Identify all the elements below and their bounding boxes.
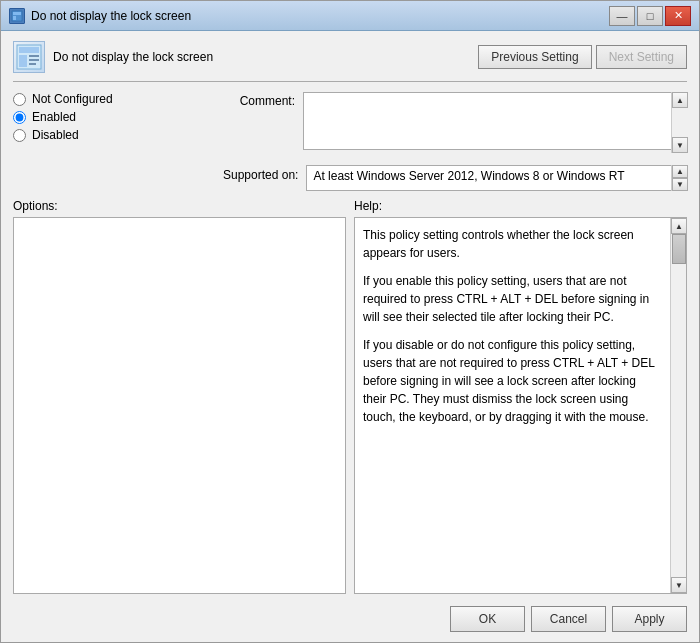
options-label: Options: — [13, 199, 346, 213]
header-section: Do not display the lock screen Previous … — [13, 41, 687, 82]
help-label: Help: — [354, 199, 687, 213]
svg-rect-4 — [19, 47, 39, 53]
not-configured-radio[interactable] — [13, 93, 26, 106]
window-icon — [9, 8, 25, 24]
maximize-button[interactable]: □ — [637, 6, 663, 26]
comment-section: Comment: ▲ ▼ — [223, 92, 687, 159]
main-window: Do not display the lock screen — □ ✕ — [0, 0, 700, 643]
help-panel: This policy setting controls whether the… — [354, 217, 687, 594]
minimize-button[interactable]: — — [609, 6, 635, 26]
svg-rect-1 — [13, 12, 21, 15]
close-button[interactable]: ✕ — [665, 6, 691, 26]
title-bar-left: Do not display the lock screen — [9, 8, 191, 24]
enabled-radio-item: Enabled — [13, 110, 213, 124]
disabled-label[interactable]: Disabled — [32, 128, 79, 142]
help-scroll-thumb — [672, 234, 686, 264]
supported-row: Supported on: At least Windows Server 20… — [13, 165, 687, 191]
title-bar-controls: — □ ✕ — [609, 6, 691, 26]
help-text-container: This policy setting controls whether the… — [355, 218, 686, 593]
title-bar: Do not display the lock screen — □ ✕ — [1, 1, 699, 31]
supported-scroll-up[interactable]: ▲ — [672, 165, 688, 178]
next-setting-button[interactable]: Next Setting — [596, 45, 687, 69]
help-text: This policy setting controls whether the… — [355, 218, 670, 434]
comment-label: Comment: — [223, 92, 303, 108]
supported-scrollbar: ▲ ▼ — [671, 165, 687, 191]
svg-rect-8 — [29, 63, 36, 65]
supported-label: Supported on: — [223, 165, 306, 182]
radio-comment-row: Not Configured Enabled Disabled Comment: — [13, 92, 687, 159]
enabled-label[interactable]: Enabled — [32, 110, 76, 124]
not-configured-radio-item: Not Configured — [13, 92, 213, 106]
svg-rect-7 — [29, 59, 39, 61]
comment-textarea-wrapper: ▲ ▼ — [303, 92, 687, 153]
disabled-radio[interactable] — [13, 129, 26, 142]
not-configured-label[interactable]: Not Configured — [32, 92, 113, 106]
window-title: Do not display the lock screen — [31, 9, 191, 23]
svg-rect-2 — [13, 16, 16, 20]
help-paragraph-3: If you disable or do not configure this … — [363, 336, 662, 426]
disabled-radio-item: Disabled — [13, 128, 213, 142]
help-scroll-up[interactable]: ▲ — [671, 218, 687, 234]
svg-rect-6 — [29, 55, 39, 57]
comment-scroll-track — [672, 108, 687, 137]
policy-icon — [13, 41, 45, 73]
cancel-button[interactable]: Cancel — [531, 606, 606, 632]
header-title: Do not display the lock screen — [53, 50, 213, 64]
help-scrollbar: ▲ ▼ — [670, 218, 686, 593]
enabled-radio[interactable] — [13, 111, 26, 124]
options-box — [13, 217, 346, 594]
header-left: Do not display the lock screen — [13, 41, 213, 73]
apply-button[interactable]: Apply — [612, 606, 687, 632]
help-box: This policy setting controls whether the… — [354, 217, 687, 594]
comment-wrapper: Comment: ▲ ▼ — [223, 92, 687, 153]
options-help-panels: This policy setting controls whether the… — [13, 217, 687, 594]
supported-value: At least Windows Server 2012, Windows 8 … — [306, 165, 687, 191]
comment-scroll-up[interactable]: ▲ — [672, 92, 688, 108]
comment-textarea[interactable] — [303, 92, 687, 150]
help-scroll-track — [671, 234, 686, 577]
content-area: Do not display the lock screen Previous … — [1, 31, 699, 642]
help-paragraph-2: If you enable this policy setting, users… — [363, 272, 662, 326]
help-paragraph-1: This policy setting controls whether the… — [363, 226, 662, 262]
supported-section: Supported on: At least Windows Server 20… — [223, 165, 687, 191]
options-panel — [13, 217, 346, 594]
footer-buttons: OK Cancel Apply — [13, 598, 687, 632]
panel-labels-row: Options: Help: — [13, 199, 687, 213]
supported-content-wrapper: At least Windows Server 2012, Windows 8 … — [306, 165, 687, 191]
header-buttons: Previous Setting Next Setting — [478, 45, 687, 69]
svg-rect-5 — [19, 55, 27, 67]
radio-group: Not Configured Enabled Disabled — [13, 92, 223, 159]
help-scroll-down[interactable]: ▼ — [671, 577, 687, 593]
comment-scroll-down[interactable]: ▼ — [672, 137, 688, 153]
comment-scrollbar: ▲ ▼ — [671, 92, 687, 153]
ok-button[interactable]: OK — [450, 606, 525, 632]
previous-setting-button[interactable]: Previous Setting — [478, 45, 591, 69]
supported-scroll-down[interactable]: ▼ — [672, 178, 688, 191]
